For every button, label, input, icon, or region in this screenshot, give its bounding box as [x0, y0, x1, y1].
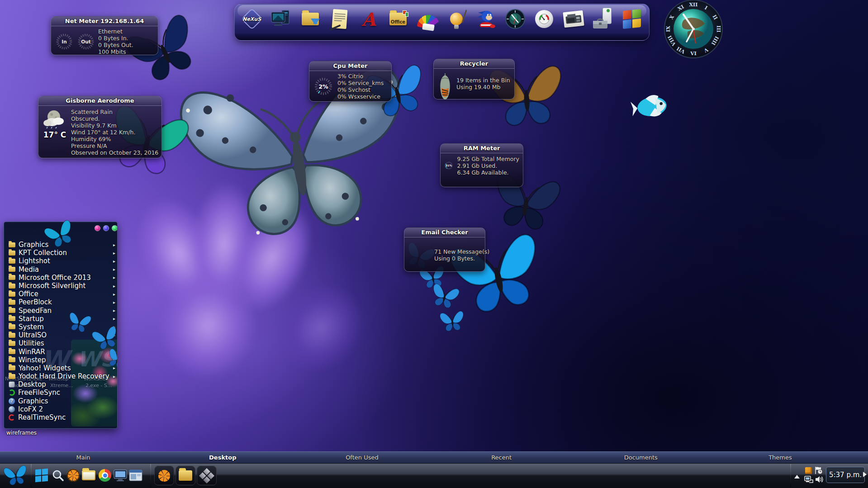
menu-item-realtimesync[interactable]: RealTimeSync: [4, 413, 118, 422]
ram-meter-widget[interactable]: RAM Meter 31% 9.25 Gb Total Memory 2.91 …: [440, 143, 523, 187]
realtimesync-icon: [9, 414, 15, 421]
menu-item-winstep[interactable]: Winstep▸: [4, 356, 118, 364]
office-folder-icon[interactable]: Office: [386, 7, 410, 31]
computer-icon[interactable]: [269, 7, 293, 31]
menu-item-ms-silverlight[interactable]: Microsoft Silverlight▸: [4, 282, 118, 290]
menu-close-orb[interactable]: [95, 225, 100, 231]
tray-flag-clock-icon[interactable]: [814, 466, 823, 475]
printer-icon[interactable]: [561, 7, 586, 31]
tab-themes[interactable]: Themes: [711, 454, 850, 461]
cpu-line: 0% Service_kms: [337, 80, 384, 86]
menu-item-lightshot[interactable]: Lightshot▸: [4, 257, 118, 265]
folder-icon: [9, 324, 15, 329]
light-bulb-icon[interactable]: [444, 7, 469, 31]
taskbar-windows-icon[interactable]: [33, 467, 50, 484]
desktop-group-folder-button[interactable]: [175, 466, 195, 485]
tab-main[interactable]: Main: [14, 454, 153, 461]
menu-item-freefilesync[interactable]: FreeFileSync: [4, 389, 118, 397]
sonic-icon[interactable]: [474, 7, 498, 31]
start-menu: W WS NextStart2.exe shortcut Winstep Xtr…: [4, 222, 118, 429]
folder-icon: [9, 259, 15, 264]
weather-temperature: 17° C: [42, 130, 67, 139]
folder-icon: [9, 275, 15, 280]
tray-speaker-icon[interactable]: [815, 475, 824, 483]
svg-text:2%: 2%: [318, 83, 328, 90]
folder-icon: [9, 251, 15, 256]
tray-network-icon[interactable]: [804, 476, 813, 484]
menu-item-ms-office-2013[interactable]: Microsoft Office 2013▸: [4, 274, 118, 282]
menu-options-orb[interactable]: [103, 225, 109, 231]
hidden-icons-arrow[interactable]: [794, 472, 800, 479]
weather-line: Pressure N/A: [71, 142, 158, 149]
net-meter-widget[interactable]: Net Meter 192.168.1.64 In Out Ethernet 0…: [51, 16, 158, 55]
submenu-arrow-icon: ▸: [113, 292, 115, 297]
toolbox-icon[interactable]: [591, 7, 615, 31]
folder-icon: [9, 341, 15, 346]
document-pen-icon[interactable]: [327, 7, 352, 31]
cpu-meter-widget[interactable]: Cpu Meter 2% 3% Citrio 0% Service_kms 0%…: [309, 61, 392, 102]
taskbar-app-window-icon[interactable]: [128, 467, 144, 484]
menu-item-speedfan[interactable]: SpeedFan▸: [4, 307, 118, 315]
net-out-gauge: Out: [76, 32, 95, 51]
desktop-group-pie-button[interactable]: [154, 466, 174, 485]
tab-desktop[interactable]: Desktop: [153, 454, 292, 461]
tab-often-used[interactable]: Often Used: [292, 454, 432, 461]
acrobat-reader-icon[interactable]: A: [356, 7, 381, 31]
recycler-widget[interactable]: Recycler 19 Items in the Bin Using 19.40…: [433, 59, 515, 99]
menu-item-media[interactable]: Media▸: [4, 265, 118, 274]
taskbar-monitor-icon[interactable]: [112, 467, 128, 484]
weather-line: Observed on October 23, 2016: [71, 149, 158, 156]
menu-item-peerblock[interactable]: PeerBlock▸: [4, 298, 118, 306]
tab-recent[interactable]: Recent: [432, 454, 571, 461]
menu-item-icofx[interactable]: IcoFX 2: [4, 405, 118, 413]
tab-documents[interactable]: Documents: [571, 454, 711, 461]
taskbar-divider: [150, 464, 151, 487]
tray-cube-icon[interactable]: [805, 467, 812, 474]
svg-text:IX: IX: [665, 26, 671, 32]
menu-item-office[interactable]: Office▸: [4, 290, 118, 298]
cpu-line: 0% Svchost: [337, 86, 384, 93]
weather-widget[interactable]: Gisborne Aerodrome 17° C Scattered Rain …: [38, 96, 162, 158]
dock: NeXuS A Office: [234, 4, 650, 41]
menu-item-yodot[interactable]: Yodot Hard Drive Recovery▸: [4, 372, 118, 380]
start-button[interactable]: [1, 463, 30, 488]
taskbar-explorer-icon[interactable]: [81, 467, 97, 484]
net-in-gauge: In: [55, 32, 74, 51]
recycler-line: 19 Items in the Bin: [456, 77, 510, 84]
windows-logo-icon[interactable]: [620, 7, 644, 31]
cpu-meter-title: Cpu Meter: [309, 62, 391, 71]
taskbar-chrome-icon[interactable]: [97, 467, 113, 484]
weather-title: Gisborne Aerodrome: [38, 96, 161, 106]
taskbar-search-icon[interactable]: [50, 467, 66, 484]
color-swatches-icon[interactable]: [415, 7, 440, 31]
scroll-right-arrow[interactable]: [863, 472, 868, 477]
menu-item-yahoo-widgets[interactable]: Yahoo! Widgets▸: [4, 364, 118, 372]
ram-meter-title: RAM Meter: [441, 144, 523, 153]
folder-icon: [9, 365, 15, 370]
clock-widget[interactable]: XII I II III IIII V VI VII VIII IX X XI: [661, 0, 726, 60]
menu-item-desktop[interactable]: Desktop: [4, 380, 118, 389]
recycler-title: Recycler: [434, 59, 514, 69]
submenu-arrow-icon: ▸: [113, 267, 115, 272]
net-line: 0 Bytes In.: [98, 35, 133, 42]
taskbar-orange-pie-icon[interactable]: [65, 467, 81, 484]
downloads-folder-icon[interactable]: [298, 7, 323, 31]
cpu-line: 0% Wsxservice: [337, 93, 384, 100]
email-checker-widget[interactable]: Email Checker 71 New Message(s) Using 0 …: [404, 227, 485, 272]
tray-clock[interactable]: 5:37 p.m.: [826, 467, 865, 483]
gauge-orb-icon[interactable]: [532, 7, 556, 31]
dark-clock-icon[interactable]: [503, 7, 527, 31]
weather-line: Scattered Rain: [71, 109, 158, 115]
menu-item-graphics-app[interactable]: ?Graphics: [4, 397, 118, 405]
ram-line: 9.25 Gb Total Memory: [457, 156, 519, 162]
folder-icon: [9, 308, 15, 313]
desktop-group-diamond-button[interactable]: [197, 466, 217, 485]
menu-item-startup[interactable]: Startup▸: [4, 315, 118, 323]
nexus-icon[interactable]: NeXuS: [240, 7, 264, 31]
menu-item-kpt-collection[interactable]: KPT Collection▸: [4, 249, 118, 257]
folder-icon: [9, 374, 15, 379]
menu-pin-orb[interactable]: [112, 225, 118, 231]
ram-line: 2.91 Gb Used.: [457, 162, 519, 169]
desktop-icon-label-wireframes[interactable]: wireframes: [6, 430, 37, 436]
ram-gauge: 31%: [444, 155, 454, 176]
